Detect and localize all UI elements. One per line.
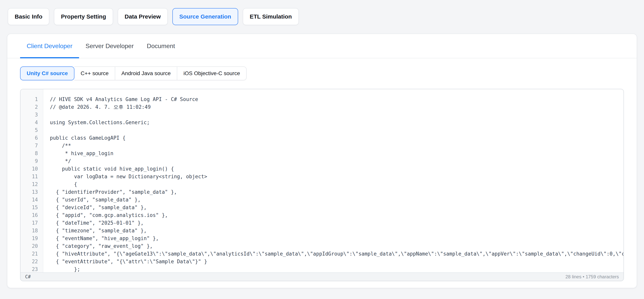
code-text: // HIVE SDK v4 Analytics Game Log API - … <box>50 95 624 272</box>
nav-button-property-setting[interactable]: Property Setting <box>54 8 113 25</box>
developer-tab-bar: Client DeveloperServer DeveloperDocument <box>7 34 637 58</box>
line-number: 14 <box>20 196 38 204</box>
line-number: 15 <box>20 204 38 211</box>
source-tab-android-java-source[interactable]: Android Java source <box>115 66 177 80</box>
line-number: 11 <box>20 173 38 180</box>
line-number: 8 <box>20 149 38 157</box>
line-number: 10 <box>20 165 38 173</box>
source-tab-c-source[interactable]: C++ source <box>74 66 115 80</box>
line-number: 19 <box>20 235 38 242</box>
line-number: 5 <box>20 126 38 134</box>
client-developer-content: Unity C# sourceC++ sourceAndroid Java so… <box>7 58 637 281</box>
code-viewer: 1234567891011121314151617181920212223 //… <box>20 89 624 281</box>
tab-server-developer[interactable]: Server Developer <box>79 34 140 58</box>
line-number: 4 <box>20 119 38 126</box>
nav-button-data-preview[interactable]: Data Preview <box>118 8 168 25</box>
line-number: 13 <box>20 188 38 196</box>
line-number: 12 <box>20 180 38 188</box>
code-status-bar: C# 28 lines • 1759 characters <box>20 272 624 281</box>
code-stats: 28 lines • 1759 characters <box>565 274 619 280</box>
source-generation-panel: Client DeveloperServer DeveloperDocument… <box>7 34 637 288</box>
nav-button-source-generation[interactable]: Source Generation <box>172 8 238 25</box>
line-number: 22 <box>20 258 38 265</box>
line-number: 20 <box>20 242 38 250</box>
line-number: 17 <box>20 219 38 227</box>
line-number: 16 <box>20 211 38 219</box>
code-pane[interactable]: // HIVE SDK v4 Analytics Game Log API - … <box>43 89 624 272</box>
line-number: 21 <box>20 250 38 258</box>
tab-client-developer[interactable]: Client Developer <box>20 34 79 58</box>
line-number: 7 <box>20 142 38 149</box>
code-body: 1234567891011121314151617181920212223 //… <box>20 89 624 272</box>
page-nav: Basic InfoProperty SettingData PreviewSo… <box>0 0 644 25</box>
line-number: 23 <box>20 265 38 272</box>
source-tab-ios-objective-c-source[interactable]: iOS Objective-C source <box>177 66 246 80</box>
line-number: 3 <box>20 111 38 119</box>
nav-button-etl-simulation[interactable]: ETL Simulation <box>243 8 299 25</box>
source-tab-unity-c-source[interactable]: Unity C# source <box>20 66 74 80</box>
language-badge: C# <box>25 274 31 280</box>
line-number-gutter: 1234567891011121314151617181920212223 <box>20 89 43 272</box>
line-number: 1 <box>20 95 38 103</box>
source-language-switcher: Unity C# sourceC++ sourceAndroid Java so… <box>20 66 246 80</box>
tab-document[interactable]: Document <box>140 34 182 58</box>
line-number: 9 <box>20 157 38 165</box>
nav-button-basic-info[interactable]: Basic Info <box>8 8 49 25</box>
line-number: 2 <box>20 103 38 111</box>
line-number: 18 <box>20 227 38 235</box>
line-number: 6 <box>20 134 38 142</box>
